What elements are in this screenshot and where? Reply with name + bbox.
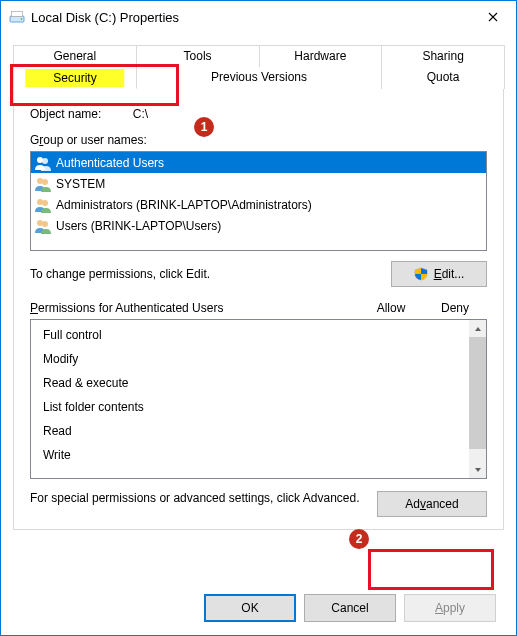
dialog-footer: OK Cancel Apply: [1, 581, 516, 635]
scrollbar[interactable]: [469, 320, 486, 478]
drive-icon: [9, 9, 25, 25]
advanced-row: For special permissions or advanced sett…: [30, 491, 487, 517]
edit-permissions-row: To change permissions, click Edit. Edit.…: [30, 261, 487, 287]
permission-item: Write: [43, 443, 469, 467]
tab-tools[interactable]: Tools: [136, 45, 260, 67]
svg-point-5: [37, 178, 43, 184]
permission-item: Read & execute: [43, 371, 469, 395]
dialog-content: 1 General Tools Hardware Sharing Securit…: [1, 33, 516, 581]
tab-quota[interactable]: Quota: [381, 67, 505, 89]
scroll-up-button[interactable]: [469, 320, 486, 337]
scroll-track[interactable]: [469, 337, 486, 461]
permission-item: Full control: [43, 323, 469, 347]
users-icon: [34, 176, 52, 192]
tab-security[interactable]: Security: [13, 67, 137, 89]
svg-point-9: [37, 220, 43, 226]
edit-permissions-text: To change permissions, click Edit.: [30, 267, 391, 281]
svg-point-4: [42, 158, 48, 164]
close-button[interactable]: [470, 1, 516, 33]
cancel-button[interactable]: Cancel: [304, 594, 396, 622]
users-icon: [34, 197, 52, 213]
groups-listbox[interactable]: Authenticated Users SYSTEM Administrator…: [30, 151, 487, 251]
deny-column-header: Deny: [423, 301, 487, 315]
advanced-text: For special permissions or advanced sett…: [30, 491, 377, 505]
security-panel: Object name: C:\ Group or user names: Au…: [13, 89, 504, 530]
window-title: Local Disk (C:) Properties: [31, 10, 470, 25]
list-item[interactable]: SYSTEM: [31, 173, 486, 194]
annotation-step-1: 1: [194, 117, 214, 137]
users-icon: [34, 155, 52, 171]
edit-button[interactable]: Edit...: [391, 261, 487, 287]
allow-column-header: Allow: [359, 301, 423, 315]
object-name-value: C:\: [133, 107, 148, 121]
svg-point-7: [37, 199, 43, 205]
ok-button[interactable]: OK: [204, 594, 296, 622]
svg-point-6: [42, 179, 48, 185]
permission-item: List folder contents: [43, 395, 469, 419]
svg-point-8: [42, 200, 48, 206]
tab-strip: General Tools Hardware Sharing Security …: [13, 45, 504, 89]
object-name-row: Object name: C:\: [30, 107, 487, 121]
object-name-label: Object name:: [30, 107, 101, 121]
permissions-for-label: Permissions for Authenticated Users: [30, 301, 359, 315]
tab-previous-versions[interactable]: Previous Versions: [136, 67, 382, 89]
annotation-step-2: 2: [349, 529, 369, 549]
advanced-button[interactable]: Advanced: [377, 491, 487, 517]
titlebar: Local Disk (C:) Properties: [1, 1, 516, 33]
users-icon: [34, 218, 52, 234]
permissions-listbox[interactable]: Full control Modify Read & execute List …: [30, 319, 487, 479]
list-item[interactable]: Administrators (BRINK-LAPTOP\Administrat…: [31, 194, 486, 215]
properties-dialog: Local Disk (C:) Properties 1 General Too…: [0, 0, 517, 636]
svg-point-10: [42, 221, 48, 227]
permissions-scroll-area: Full control Modify Read & execute List …: [31, 320, 469, 478]
apply-button[interactable]: Apply: [404, 594, 496, 622]
uac-shield-icon: [414, 267, 428, 281]
svg-point-3: [37, 157, 43, 163]
permission-item: Modify: [43, 347, 469, 371]
scroll-down-button[interactable]: [469, 461, 486, 478]
permissions-header: Permissions for Authenticated Users Allo…: [30, 301, 487, 315]
list-item[interactable]: Users (BRINK-LAPTOP\Users): [31, 215, 486, 236]
svg-rect-1: [12, 12, 23, 17]
tab-general[interactable]: General: [13, 45, 137, 67]
permission-item: Read: [43, 419, 469, 443]
list-item[interactable]: Authenticated Users: [31, 152, 486, 173]
svg-point-2: [21, 18, 23, 20]
tab-sharing[interactable]: Sharing: [381, 45, 505, 67]
scroll-thumb[interactable]: [469, 337, 486, 449]
groups-label: Group or user names:: [30, 133, 487, 147]
tab-hardware[interactable]: Hardware: [259, 45, 383, 67]
